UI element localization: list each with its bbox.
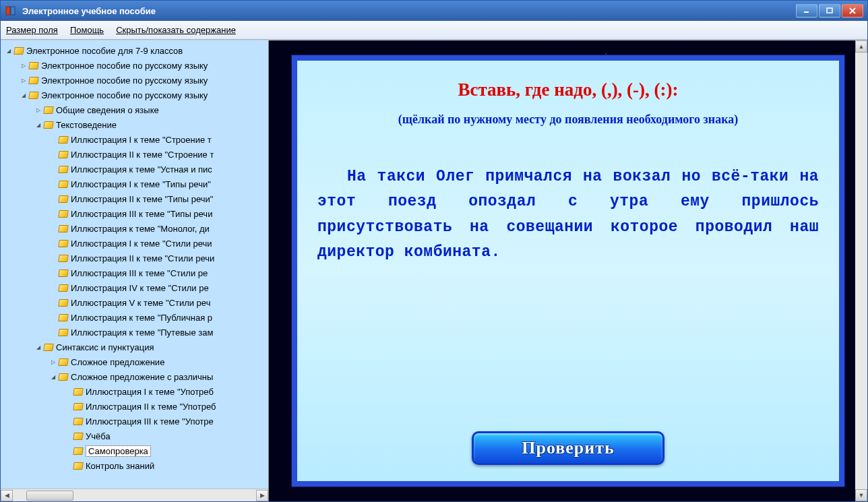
menu-field-size[interactable]: Размер поля (6, 25, 58, 35)
expand-icon[interactable]: ▷ (49, 358, 57, 366)
book-icon (43, 344, 54, 351)
slide-title: Вставь, где надо, (,), (-), (:): (458, 80, 678, 100)
menubar: Размер поля Помощь Скрыть/показать содер… (1, 21, 867, 40)
slide-frame: Вставь, где надо, (,), (-), (:): (щёлкай… (292, 55, 844, 487)
tree-label: Электронное пособие по русскому языку (41, 90, 208, 100)
book-icon (58, 225, 69, 232)
scroll-right-button[interactable]: ▶ (256, 490, 268, 501)
tree-view[interactable]: ◢Электронное пособие для 7-9 классов▷Эле… (1, 40, 268, 489)
tree-label: Контроль знаний (86, 461, 154, 471)
sidebar: ◢Электронное пособие для 7-9 классов▷Эле… (1, 40, 269, 501)
tree-item[interactable]: Иллюстрация I к теме "Употреб (1, 384, 268, 399)
tree-item[interactable]: Контроль знаний (1, 458, 268, 473)
minimize-button[interactable] (796, 4, 817, 18)
book-icon (73, 462, 84, 470)
main-panel: Вставь, где надо, (,), (-), (:): (щёлкай… (269, 40, 867, 501)
scroll-up-button[interactable]: ▲ (855, 40, 867, 53)
tree-label: Иллюстрация к теме "Путевые зам (71, 327, 213, 338)
horizontal-scrollbar[interactable]: ◀ ▶ (1, 489, 268, 501)
scroll-left-button[interactable]: ◀ (1, 490, 13, 501)
tree-label: Иллюстрация II к теме "Стили речи (71, 253, 214, 263)
book-icon (58, 284, 69, 292)
tree-label: Иллюстрация V к теме "Стили реч (71, 298, 210, 308)
tree-item[interactable]: Иллюстрация II к теме "Употреб (1, 399, 268, 414)
tree-item[interactable]: ◢Электронное пособие для 7-9 классов (1, 43, 268, 58)
tree-item[interactable]: Иллюстрация II к теме "Стили речи (1, 251, 268, 265)
tree-label: Сложное предложение с различны (71, 372, 213, 382)
tree-item[interactable]: Самопроверка (1, 443, 268, 458)
book-icon (58, 181, 69, 188)
tree-item[interactable]: Иллюстрация I к теме "Типы речи" (1, 177, 268, 191)
tree-item[interactable]: Иллюстрация III к теме "Типы речи (1, 206, 268, 221)
tree-label: Иллюстрация I к теме "Типы речи" (71, 179, 211, 189)
svg-rect-0 (6, 7, 10, 15)
book-icon (58, 299, 69, 307)
book-icon (28, 92, 39, 99)
scroll-track[interactable] (13, 490, 256, 501)
book-icon (58, 210, 69, 218)
book-icon (58, 270, 69, 277)
tree-item[interactable]: Иллюстрация III к теме "Стили ре (1, 265, 268, 280)
vscroll-track[interactable] (855, 53, 867, 489)
tree-item[interactable]: ◢Текстоведение (1, 117, 268, 132)
book-icon (73, 433, 84, 440)
tree-item[interactable]: Иллюстрация к теме "Публичная р (1, 310, 268, 325)
tree-item[interactable]: Иллюстрация III к теме "Употре (1, 414, 268, 429)
svg-rect-1 (11, 7, 15, 15)
book-icon (28, 62, 39, 69)
tree-item[interactable]: Учёба (1, 429, 268, 443)
content-area: ◢Электронное пособие для 7-9 классов▷Эле… (1, 40, 867, 501)
tree-label: Иллюстрация III к теме "Стили ре (71, 268, 208, 278)
check-button[interactable]: Проверить (472, 431, 664, 465)
collapse-icon[interactable]: ◢ (49, 373, 57, 381)
tree-label: Иллюстрация I к теме "Употреб (86, 387, 214, 397)
tree-label: Иллюстрация II к теме "Типы речи" (71, 194, 213, 204)
collapse-icon[interactable]: ◢ (5, 46, 13, 55)
tree-item[interactable]: Иллюстрация II к теме "Строение т (1, 147, 268, 162)
tree-item[interactable]: Иллюстрация IV к теме "Стили ре (1, 280, 268, 295)
tree-item[interactable]: Иллюстрация к теме "Монолог, ди (1, 221, 268, 236)
scroll-down-button[interactable]: ▼ (855, 489, 867, 501)
tree-label: Иллюстрация I к теме "Стили речи (71, 239, 212, 249)
collapse-icon[interactable]: ◢ (34, 121, 42, 129)
maximize-button[interactable] (819, 4, 840, 18)
book-icon (58, 358, 69, 366)
collapse-icon[interactable]: ◢ (20, 91, 28, 99)
expand-icon[interactable]: ▷ (34, 106, 42, 114)
vertical-scrollbar[interactable]: ▲ ▼ (855, 40, 867, 501)
tree-item[interactable]: ◢Электронное пособие по русскому языку (1, 88, 268, 102)
tree-item[interactable]: Иллюстрация к теме "Устная и пис (1, 162, 268, 177)
expand-icon[interactable]: ▷ (20, 61, 28, 69)
tree-label: Иллюстрация III к теме "Употре (86, 416, 214, 427)
app-icon (5, 5, 17, 17)
book-icon (43, 121, 54, 129)
menu-help[interactable]: Помощь (70, 25, 104, 35)
tree-item[interactable]: Иллюстрация I к теме "Стили речи (1, 236, 268, 251)
tree-item[interactable]: ◢Сложное предложение с различны (1, 369, 268, 384)
tree-label: Электронное пособие для 7-9 классов (26, 46, 183, 56)
tree-item[interactable]: ▷Общие сведения о языке (1, 102, 268, 117)
tree-item[interactable]: ▷Сложное предложение (1, 354, 268, 369)
tree-item[interactable]: Иллюстрация II к теме "Типы речи" (1, 191, 268, 206)
expand-icon[interactable]: ▷ (20, 76, 28, 84)
close-button[interactable] (842, 4, 863, 18)
book-icon (58, 255, 69, 262)
slide-subtitle: (щёлкай по нужному месту до появления не… (398, 113, 738, 127)
tree-item[interactable]: ◢Синтаксис и пунктуация (1, 340, 268, 354)
menu-toggle-toc[interactable]: Скрыть/показать содержание (116, 25, 236, 35)
tree-item[interactable]: ▷Электронное пособие по русскому языку (1, 58, 268, 73)
book-icon (58, 195, 69, 203)
tree-item[interactable]: Иллюстрация V к теме "Стили реч (1, 295, 268, 310)
scroll-thumb[interactable] (26, 491, 73, 501)
tree-label: Электронное пособие по русскому языку (41, 75, 208, 86)
collapse-icon[interactable]: ◢ (34, 343, 42, 351)
tree-item[interactable]: Иллюстрация I к теме "Строение т (1, 132, 268, 147)
book-icon (58, 373, 69, 381)
tree-label: Самопроверка (86, 445, 151, 457)
book-icon (58, 314, 69, 321)
tree-item[interactable]: ▷Электронное пособие по русскому языку (1, 73, 268, 88)
book-icon (58, 240, 69, 247)
window-title: Электронное учебное пособие (22, 6, 796, 16)
tree-item[interactable]: Иллюстрация к теме "Путевые зам (1, 325, 268, 340)
exercise-text[interactable]: На такси Олег примчался на вокзал но всё… (317, 164, 819, 265)
